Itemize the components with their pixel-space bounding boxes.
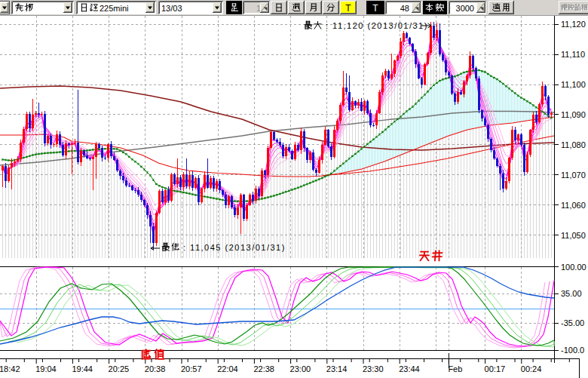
svg-text:20:57: 20:57 bbox=[181, 364, 202, 373]
svg-text:23:44: 23:44 bbox=[399, 364, 420, 373]
svg-text:13/03: 13/03 bbox=[161, 4, 182, 13]
svg-text:48: 48 bbox=[400, 4, 409, 13]
svg-text:11,110: 11,110 bbox=[561, 50, 585, 59]
svg-text:19:04: 19:04 bbox=[35, 364, 57, 373]
svg-text:: 11,120 (2013/01/31): : 11,120 (2013/01/31) bbox=[326, 21, 428, 30]
svg-text:Feb: Feb bbox=[448, 364, 462, 373]
svg-text:100.00: 100.00 bbox=[561, 263, 586, 272]
svg-text:11,060: 11,060 bbox=[561, 201, 586, 210]
svg-text:11,120: 11,120 bbox=[561, 20, 586, 29]
svg-text:T: T bbox=[345, 3, 351, 14]
svg-text:19:44: 19:44 bbox=[72, 364, 93, 373]
svg-text:20:38: 20:38 bbox=[145, 364, 166, 373]
svg-text:20:25: 20:25 bbox=[109, 364, 130, 373]
svg-text:11,100: 11,100 bbox=[561, 80, 586, 89]
svg-text:18:42: 18:42 bbox=[0, 364, 20, 373]
svg-text:23:30: 23:30 bbox=[363, 364, 384, 373]
svg-text:11,050: 11,050 bbox=[561, 231, 586, 240]
svg-text:23:00: 23:00 bbox=[290, 364, 311, 373]
svg-text:22:38: 22:38 bbox=[253, 364, 274, 373]
svg-text:11,090: 11,090 bbox=[561, 110, 586, 119]
svg-text:00:17: 00:17 bbox=[485, 364, 506, 373]
svg-text:: 11,045 (2013/01/31): : 11,045 (2013/01/31) bbox=[183, 243, 286, 252]
svg-text:3000: 3000 bbox=[456, 4, 474, 13]
svg-text:00:24: 00:24 bbox=[521, 364, 542, 373]
svg-text:22:04: 22:04 bbox=[217, 364, 238, 373]
svg-text:11,070: 11,070 bbox=[561, 171, 586, 180]
svg-text:23:14: 23:14 bbox=[326, 364, 348, 373]
svg-text:11,080: 11,080 bbox=[561, 140, 586, 149]
svg-text:-100.0: -100.0 bbox=[561, 346, 584, 355]
svg-text:225mini: 225mini bbox=[100, 4, 129, 13]
svg-text:35.00: 35.00 bbox=[561, 289, 582, 298]
svg-text:-35.00: -35.00 bbox=[561, 318, 584, 327]
svg-text:T: T bbox=[372, 3, 378, 14]
